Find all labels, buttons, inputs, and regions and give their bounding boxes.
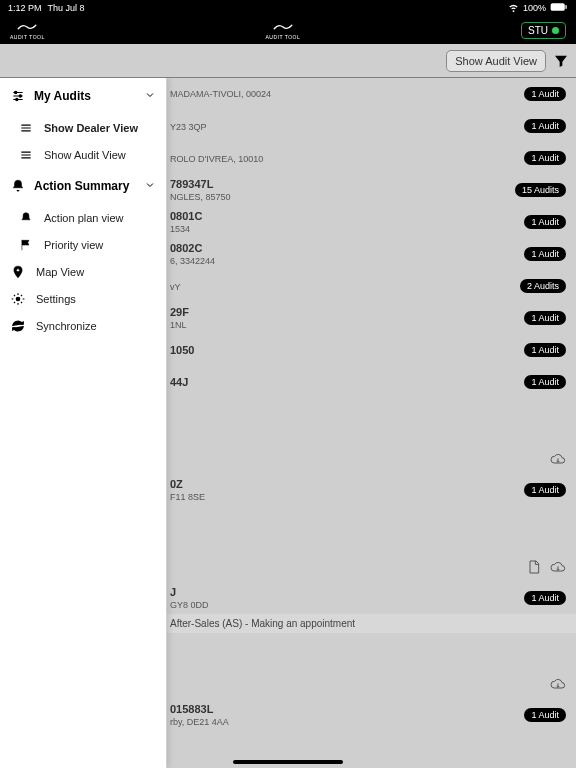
audit-badge: 1 Audit (524, 343, 566, 357)
sidebar-label: Action Summary (34, 179, 129, 193)
sidebar-item-label: Synchronize (36, 320, 97, 332)
sidebar-item-show-audit-view[interactable]: Show Audit View (0, 141, 166, 168)
audit-badge: 1 Audit (524, 708, 566, 722)
sidebar-item-label: Priority view (44, 239, 103, 251)
row-subtitle: NGLES, 85750 (170, 192, 515, 202)
sidebar-section-my-audits[interactable]: My Audits (0, 78, 166, 114)
row-subtitle: 1534 (170, 224, 524, 234)
row-subtitle: MADAMA-TIVOLI, 00024 (170, 89, 524, 99)
sliders-icon (18, 120, 34, 136)
bell-icon (10, 178, 26, 194)
show-audit-view-button[interactable]: Show Audit View (446, 50, 546, 72)
cloud-download-icon[interactable] (550, 559, 566, 577)
sidebar-item-action-plan-view[interactable]: Action plan view (0, 204, 166, 231)
chevron-down-icon (144, 179, 156, 194)
svg-point-6 (16, 297, 20, 301)
refresh-icon (10, 318, 26, 334)
battery-icon (550, 2, 568, 14)
status-bar: 1:12 PM Thu Jul 8 100% (0, 0, 576, 16)
sidebar-item-label: Show Dealer View (44, 122, 138, 134)
row-title: 0Z (170, 478, 524, 490)
row-title: 0802C (170, 242, 524, 254)
cloud-download-icon[interactable] (550, 451, 566, 469)
svg-point-4 (16, 98, 18, 100)
audit-badge: 1 Audit (524, 215, 566, 229)
row-title: 015883L (170, 703, 524, 715)
audit-badge: 1 Audit (524, 119, 566, 133)
sidebar-item-show-dealer-view[interactable]: Show Dealer View (0, 114, 166, 141)
audit-badge: 1 Audit (524, 311, 566, 325)
user-chip[interactable]: STU (521, 22, 566, 39)
sidebar-drawer: My Audits Show Dealer View Show Audit Vi… (0, 78, 167, 768)
cloud-download-icon[interactable] (550, 676, 566, 694)
audit-badge: 1 Audit (524, 375, 566, 389)
sidebar-item-label: Action plan view (44, 212, 124, 224)
battery-pct: 100% (523, 3, 546, 13)
toolbar: Show Audit View (0, 44, 576, 78)
svg-rect-1 (565, 5, 566, 9)
flag-icon (18, 237, 34, 253)
sidebar-item-label: Settings (36, 293, 76, 305)
logo-label: AUDIT TOOL (266, 34, 301, 40)
row-title: 1050 (170, 344, 524, 356)
note-text: After-Sales (AS) - Making an appointment (170, 618, 355, 629)
row-subtitle: 6, 3342244 (170, 256, 524, 266)
user-chip-label: STU (528, 25, 548, 36)
sidebar-item-synchronize[interactable]: Synchronize (0, 312, 166, 339)
svg-rect-0 (551, 3, 565, 11)
row-title: 0801C (170, 210, 524, 222)
audit-badge: 1 Audit (524, 247, 566, 261)
sidebar-item-priority-view[interactable]: Priority view (0, 231, 166, 258)
logo-left: AUDIT TOOL (10, 20, 45, 40)
row-subtitle: 1NL (170, 320, 524, 330)
row-title: J (170, 586, 524, 598)
map-pin-icon (10, 264, 26, 280)
row-subtitle: F11 8SE (170, 492, 524, 502)
sidebar-item-label: Map View (36, 266, 84, 278)
sidebar-section-action-summary[interactable]: Action Summary (0, 168, 166, 204)
svg-point-3 (19, 95, 21, 97)
logo-label: AUDIT TOOL (10, 34, 45, 40)
audit-badge: 15 Audits (515, 183, 566, 197)
row-title: 29F (170, 306, 524, 318)
sidebar-item-map-view[interactable]: Map View (0, 258, 166, 285)
pdf-icon[interactable] (526, 559, 542, 577)
row-subtitle: GY8 0DD (170, 600, 524, 610)
sliders-icon (18, 147, 34, 163)
row-subtitle: Y23 3QP (170, 122, 524, 132)
filter-icon[interactable] (552, 52, 570, 70)
row-title: 44J (170, 376, 524, 388)
gear-icon (10, 291, 26, 307)
logo-center: AUDIT TOOL (266, 20, 301, 40)
audit-badge: 1 Audit (524, 151, 566, 165)
audit-badge: 2 Audits (520, 279, 566, 293)
svg-point-5 (17, 268, 20, 271)
home-indicator (233, 760, 343, 764)
status-time: 1:12 PM (8, 3, 42, 13)
bell-icon (18, 210, 34, 226)
audit-badge: 1 Audit (524, 591, 566, 605)
row-title: 789347L (170, 178, 515, 190)
chevron-down-icon (144, 89, 156, 104)
row-subtitle: ROLO D'IVREA, 10010 (170, 154, 524, 164)
audit-badge: 1 Audit (524, 483, 566, 497)
sliders-icon (10, 88, 26, 104)
status-dot-icon (552, 27, 559, 34)
row-subtitle: vY (170, 282, 520, 292)
sidebar-item-settings[interactable]: Settings (0, 285, 166, 312)
status-date: Thu Jul 8 (48, 3, 85, 13)
app-header: AUDIT TOOL AUDIT TOOL STU (0, 16, 576, 44)
svg-point-2 (15, 91, 17, 93)
sidebar-label: My Audits (34, 89, 91, 103)
audit-badge: 1 Audit (524, 87, 566, 101)
row-subtitle: rby, DE21 4AA (170, 717, 524, 727)
wifi-icon (508, 2, 519, 15)
sidebar-item-label: Show Audit View (44, 149, 126, 161)
